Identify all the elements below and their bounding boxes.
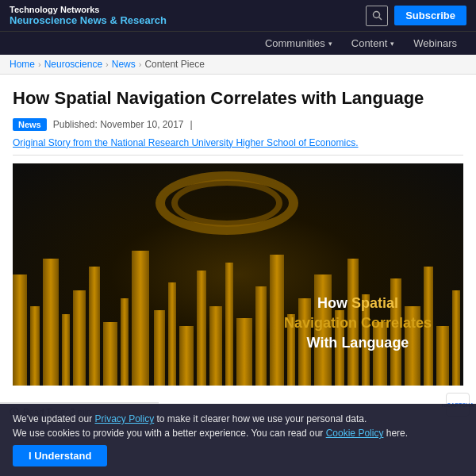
navigation-bar: Communities ▾ Content ▾ Webinars: [0, 31, 476, 55]
breadcrumb-sep-3: ›: [139, 60, 142, 69]
cookie-text: We've updated our Privacy Policy to make…: [13, 412, 463, 440]
privacy-policy-link[interactable]: Privacy Policy: [94, 413, 154, 424]
header-actions: Subscribe: [366, 6, 466, 26]
overlay-with: With: [307, 335, 342, 351]
main-content: How Spatial Navigation Correlates with L…: [0, 75, 476, 386]
nav-item-communities[interactable]: Communities ▾: [255, 32, 342, 55]
cookie-notice: We've updated our Privacy Policy to make…: [0, 404, 476, 476]
svg-point-0: [373, 12, 379, 18]
search-button[interactable]: [366, 6, 388, 26]
overlay-language: Language: [341, 335, 409, 351]
article-meta: News Published: November 10, 2017 | Orig…: [13, 118, 463, 155]
chevron-down-icon: ▾: [328, 40, 332, 48]
breadcrumb-current: Content Piece: [144, 59, 204, 70]
cookie-policy-link[interactable]: Cookie Policy: [326, 428, 384, 439]
breadcrumb: Home › Neuroscience › News › Content Pie…: [0, 55, 476, 75]
logo: Technology Networks Neuroscience News & …: [10, 5, 167, 26]
nav-item-content[interactable]: Content ▾: [342, 32, 405, 55]
overlay-how: How: [317, 295, 351, 311]
logo-bottom-text: Neuroscience News & Research: [10, 14, 167, 26]
overlay-correlates: Correlates: [357, 315, 432, 331]
maze-background: How Spatial Navigation Correlates With L…: [13, 163, 463, 386]
subscribe-button[interactable]: Subscribe: [394, 6, 466, 25]
logo-top-text: Technology Networks: [10, 5, 167, 14]
site-header: Technology Networks Neuroscience News & …: [0, 0, 476, 31]
article-image: How Spatial Navigation Correlates With L…: [13, 163, 463, 386]
breadcrumb-neuroscience[interactable]: Neuroscience: [44, 59, 102, 70]
original-story-link[interactable]: Original Story from the National Researc…: [13, 137, 359, 148]
chevron-down-icon: ▾: [390, 40, 394, 48]
breadcrumb-sep-1: ›: [38, 60, 41, 69]
image-overlay-text: How Spatial Navigation Correlates With L…: [284, 294, 432, 354]
breadcrumb-home[interactable]: Home: [10, 59, 35, 70]
overlay-spatial: Spatial: [351, 295, 398, 311]
overlay-navigation: Navigation: [284, 315, 357, 331]
search-icon: [372, 10, 382, 21]
breadcrumb-sep-2: ›: [106, 60, 109, 69]
understand-button[interactable]: I Understand: [13, 445, 107, 466]
nav-item-webinars[interactable]: Webinars: [404, 32, 466, 55]
published-label: Published: November 10, 2017: [53, 119, 184, 130]
article-title: How Spatial Navigation Correlates with L…: [13, 87, 463, 110]
news-badge: News: [13, 118, 47, 131]
breadcrumb-news[interactable]: News: [112, 59, 136, 70]
svg-line-1: [378, 17, 381, 20]
